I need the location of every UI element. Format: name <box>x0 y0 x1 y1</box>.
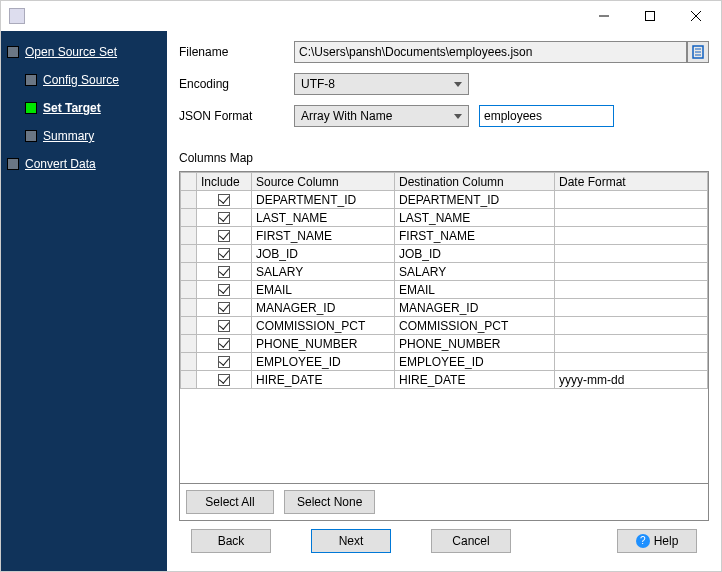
include-cell[interactable] <box>197 263 252 281</box>
datefmt-cell[interactable] <box>555 245 708 263</box>
table-row[interactable]: EMAILEMAIL <box>181 281 708 299</box>
back-button[interactable]: Back <box>191 529 271 553</box>
datefmt-cell[interactable] <box>555 191 708 209</box>
dest-cell[interactable]: FIRST_NAME <box>395 227 555 245</box>
dest-cell[interactable]: LAST_NAME <box>395 209 555 227</box>
next-button[interactable]: Next <box>311 529 391 553</box>
source-cell[interactable]: LAST_NAME <box>252 209 395 227</box>
cancel-button[interactable]: Cancel <box>431 529 511 553</box>
step-link[interactable]: Config Source <box>43 73 119 87</box>
datefmt-cell[interactable] <box>555 299 708 317</box>
close-button[interactable] <box>673 2 719 30</box>
datefmt-cell[interactable] <box>555 335 708 353</box>
step-link[interactable]: Summary <box>43 129 94 143</box>
include-checkbox[interactable] <box>218 356 230 368</box>
dest-cell[interactable]: SALARY <box>395 263 555 281</box>
table-row[interactable]: FIRST_NAMEFIRST_NAME <box>181 227 708 245</box>
source-cell[interactable]: DEPARTMENT_ID <box>252 191 395 209</box>
json-format-select[interactable]: Array With Name <box>294 105 469 127</box>
source-cell[interactable]: SALARY <box>252 263 395 281</box>
table-row[interactable]: MANAGER_IDMANAGER_ID <box>181 299 708 317</box>
table-row[interactable]: PHONE_NUMBERPHONE_NUMBER <box>181 335 708 353</box>
table-row[interactable]: EMPLOYEE_IDEMPLOYEE_ID <box>181 353 708 371</box>
sidebar-step[interactable]: Summary <box>25 125 161 147</box>
include-checkbox[interactable] <box>218 194 230 206</box>
include-cell[interactable] <box>197 353 252 371</box>
include-checkbox[interactable] <box>218 266 230 278</box>
include-checkbox[interactable] <box>218 212 230 224</box>
help-button[interactable]: ?Help <box>617 529 697 553</box>
dest-cell[interactable]: EMPLOYEE_ID <box>395 353 555 371</box>
dest-cell[interactable]: DEPARTMENT_ID <box>395 191 555 209</box>
col-header-include[interactable]: Include <box>197 173 252 191</box>
step-link[interactable]: Convert Data <box>25 157 96 171</box>
datefmt-cell[interactable] <box>555 317 708 335</box>
dest-cell[interactable]: PHONE_NUMBER <box>395 335 555 353</box>
row-handle[interactable] <box>181 209 197 227</box>
datefmt-cell[interactable] <box>555 281 708 299</box>
dest-cell[interactable]: MANAGER_ID <box>395 299 555 317</box>
source-cell[interactable]: JOB_ID <box>252 245 395 263</box>
include-cell[interactable] <box>197 317 252 335</box>
row-handle[interactable] <box>181 191 197 209</box>
include-checkbox[interactable] <box>218 320 230 332</box>
source-cell[interactable]: PHONE_NUMBER <box>252 335 395 353</box>
step-link[interactable]: Set Target <box>43 101 101 115</box>
minimize-button[interactable] <box>581 2 627 30</box>
datefmt-cell[interactable] <box>555 263 708 281</box>
sidebar-step[interactable]: Config Source <box>25 69 161 91</box>
include-cell[interactable] <box>197 281 252 299</box>
select-none-button[interactable]: Select None <box>284 490 375 514</box>
source-cell[interactable]: HIRE_DATE <box>252 371 395 389</box>
select-all-button[interactable]: Select All <box>186 490 274 514</box>
include-checkbox[interactable] <box>218 248 230 260</box>
source-cell[interactable]: MANAGER_ID <box>252 299 395 317</box>
datefmt-cell[interactable] <box>555 353 708 371</box>
source-cell[interactable]: COMMISSION_PCT <box>252 317 395 335</box>
include-cell[interactable] <box>197 299 252 317</box>
maximize-button[interactable] <box>627 2 673 30</box>
table-row[interactable]: HIRE_DATEHIRE_DATEyyyy-mm-dd <box>181 371 708 389</box>
row-handle[interactable] <box>181 263 197 281</box>
sidebar-step[interactable]: Set Target <box>25 97 161 119</box>
dest-cell[interactable]: JOB_ID <box>395 245 555 263</box>
table-row[interactable]: COMMISSION_PCTCOMMISSION_PCT <box>181 317 708 335</box>
source-cell[interactable]: EMPLOYEE_ID <box>252 353 395 371</box>
col-header-dest[interactable]: Destination Column <box>395 173 555 191</box>
sidebar-step[interactable]: Convert Data <box>7 153 161 175</box>
include-cell[interactable] <box>197 371 252 389</box>
include-checkbox[interactable] <box>218 374 230 386</box>
datefmt-cell[interactable] <box>555 209 708 227</box>
include-cell[interactable] <box>197 227 252 245</box>
include-checkbox[interactable] <box>218 338 230 350</box>
columns-grid[interactable]: Include Source Column Destination Column… <box>179 171 709 484</box>
include-cell[interactable] <box>197 245 252 263</box>
browse-button[interactable] <box>687 41 709 63</box>
datefmt-cell[interactable] <box>555 227 708 245</box>
row-handle[interactable] <box>181 353 197 371</box>
include-cell[interactable] <box>197 335 252 353</box>
row-handle[interactable] <box>181 281 197 299</box>
source-cell[interactable]: EMAIL <box>252 281 395 299</box>
row-handle[interactable] <box>181 335 197 353</box>
encoding-select[interactable]: UTF-8 <box>294 73 469 95</box>
include-cell[interactable] <box>197 209 252 227</box>
row-handle[interactable] <box>181 299 197 317</box>
row-handle[interactable] <box>181 245 197 263</box>
table-row[interactable]: LAST_NAMELAST_NAME <box>181 209 708 227</box>
datefmt-cell[interactable]: yyyy-mm-dd <box>555 371 708 389</box>
step-link[interactable]: Open Source Set <box>25 45 117 59</box>
include-checkbox[interactable] <box>218 284 230 296</box>
row-handle[interactable] <box>181 317 197 335</box>
col-header-source[interactable]: Source Column <box>252 173 395 191</box>
filename-input[interactable] <box>294 41 687 63</box>
table-row[interactable]: DEPARTMENT_IDDEPARTMENT_ID <box>181 191 708 209</box>
include-cell[interactable] <box>197 191 252 209</box>
source-cell[interactable]: FIRST_NAME <box>252 227 395 245</box>
table-row[interactable]: JOB_IDJOB_ID <box>181 245 708 263</box>
include-checkbox[interactable] <box>218 302 230 314</box>
dest-cell[interactable]: COMMISSION_PCT <box>395 317 555 335</box>
row-handle[interactable] <box>181 371 197 389</box>
include-checkbox[interactable] <box>218 230 230 242</box>
row-handle[interactable] <box>181 227 197 245</box>
